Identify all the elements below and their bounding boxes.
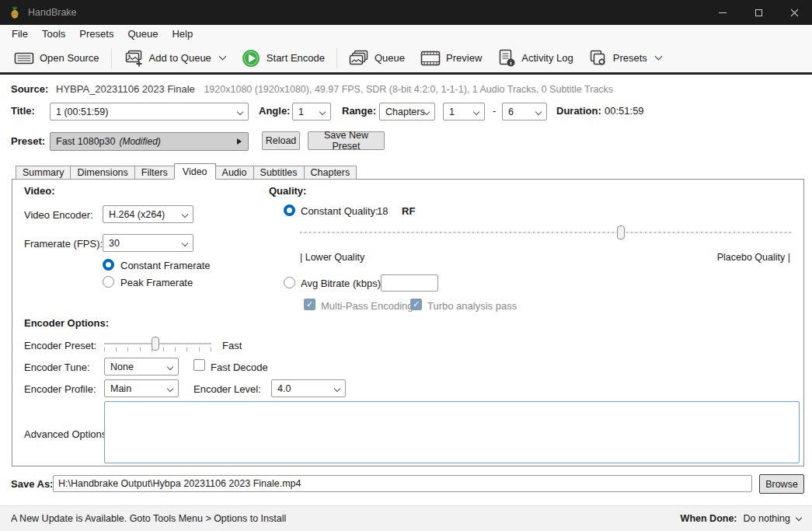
avg-bitrate-input[interactable] — [381, 274, 438, 292]
titlebar: HandBrake — [0, 0, 812, 25]
toolbar-separator — [111, 48, 112, 68]
angle-select[interactable]: 1 — [292, 103, 331, 121]
add-to-queue-icon — [124, 49, 144, 68]
video-encoder-label: Video Encoder: — [24, 209, 93, 221]
constant-quality-label[interactable]: Constant Quality: — [301, 205, 378, 217]
range-label: Range: — [342, 105, 376, 117]
check-icon: ✓ — [413, 300, 420, 309]
chevron-down-icon — [167, 364, 173, 370]
chevron-down-icon — [319, 109, 326, 115]
handbrake-window: HandBrake File Tools Presets Queue Help … — [0, 0, 812, 531]
advanced-options-label: Advanced Options: — [24, 428, 110, 440]
presets-dropdown-icon[interactable] — [654, 53, 662, 61]
presets-label: Presets — [613, 52, 647, 64]
tab-subtitles[interactable]: Subtitles — [253, 166, 305, 180]
tab-video[interactable]: Video — [174, 163, 216, 180]
menu-help[interactable]: Help — [165, 25, 200, 44]
when-done-select[interactable]: Do nothing — [744, 513, 790, 524]
when-done-label: When Done: — [681, 513, 737, 524]
handbrake-logo-icon — [8, 5, 22, 19]
save-as-input[interactable] — [53, 475, 752, 492]
encoder-level-label: Encoder Level: — [193, 383, 261, 395]
title-select[interactable]: 1 (00:51:59) — [50, 103, 249, 121]
tab-summary[interactable]: Summary — [16, 166, 71, 180]
preset-expand-icon — [237, 138, 242, 145]
reload-button[interactable]: Reload — [262, 131, 300, 150]
browse-button[interactable]: Browse — [759, 474, 804, 494]
encoder-profile-select[interactable]: Main — [104, 379, 179, 397]
turbo-label[interactable]: Turbo analysis pass — [427, 300, 517, 312]
angle-select-value: 1 — [298, 107, 304, 117]
encoder-tune-label: Encoder Tune: — [24, 362, 90, 373]
rf-label: RF — [402, 205, 415, 217]
peak-framerate-label[interactable]: Peak Framerate — [120, 277, 193, 288]
open-source-button[interactable]: Open Source — [6, 47, 107, 70]
preset-select[interactable]: Fast 1080p30 (Modified) — [50, 132, 249, 151]
constant-quality-radio[interactable] — [284, 204, 295, 216]
when-done-dropdown-icon[interactable] — [796, 514, 802, 520]
chevron-down-icon — [237, 109, 243, 115]
fast-decode-checkbox[interactable] — [193, 359, 205, 371]
tab-filters[interactable]: Filters — [134, 166, 175, 180]
window-controls — [705, 0, 812, 25]
framerate-value: 30 — [109, 238, 120, 249]
lower-quality-label: | Lower Quality — [300, 252, 364, 263]
range-type-select[interactable]: Chapters — [379, 103, 435, 121]
constant-framerate-label[interactable]: Constant Framerate — [120, 260, 211, 271]
constant-framerate-radio[interactable] — [103, 259, 114, 271]
tab-dimensions[interactable]: Dimensions — [70, 166, 134, 180]
encoder-options-heading: Encoder Options: — [24, 317, 109, 329]
activity-log-label: Activity Log — [521, 52, 573, 64]
peak-framerate-radio[interactable] — [103, 276, 114, 288]
preset-select-value: Fast 1080p30 — [56, 136, 115, 147]
range-end-select[interactable]: 6 — [502, 103, 547, 121]
turbo-checkbox[interactable]: ✓ — [410, 299, 422, 310]
framerate-select[interactable]: 30 — [103, 234, 193, 252]
add-to-queue-dropdown-icon[interactable] — [218, 53, 226, 61]
chevron-down-icon — [182, 211, 188, 218]
encoder-preset-slider[interactable] — [104, 336, 211, 351]
title-row: Title: 1 (00:51:59) Angle: 1 Range: Chap… — [0, 102, 812, 121]
fast-decode-label[interactable]: Fast Decode — [211, 362, 268, 373]
preview-icon — [420, 50, 441, 67]
save-new-preset-button[interactable]: Save New Preset — [308, 131, 385, 150]
avg-bitrate-label[interactable]: Avg Bitrate (kbps): — [301, 278, 384, 289]
encoder-tune-select[interactable]: None — [104, 358, 179, 376]
range-start-select[interactable]: 1 — [443, 103, 485, 121]
activity-log-button[interactable]: Activity Log — [490, 46, 580, 71]
source-details: 1920x1080 (1920x1080), 49.97 FPS, SDR (8… — [204, 84, 613, 95]
preset-label: Preset: — [11, 135, 45, 147]
menu-presets[interactable]: Presets — [72, 25, 120, 44]
preset-row: Preset: Fast 1080p30 (Modified) Reload S… — [0, 131, 812, 152]
presets-button[interactable]: Presets — [581, 46, 669, 71]
encoder-profile-value: Main — [110, 383, 131, 394]
menu-tools[interactable]: Tools — [35, 25, 72, 44]
encoder-preset-label: Encoder Preset: — [24, 340, 96, 351]
encoder-level-select[interactable]: 4.0 — [271, 379, 346, 397]
multipass-checkbox[interactable]: ✓ — [304, 299, 315, 310]
video-encoder-select[interactable]: H.264 (x264) — [103, 205, 193, 223]
preview-button[interactable]: Preview — [413, 47, 490, 70]
quality-slider-thumb[interactable] — [617, 225, 625, 239]
menu-file[interactable]: File — [5, 25, 35, 44]
queue-button[interactable]: Queue — [341, 46, 413, 71]
quality-slider[interactable] — [300, 225, 792, 240]
toolbar-divider — [0, 72, 812, 75]
save-as-label: Save As: — [11, 478, 53, 490]
close-button[interactable] — [776, 0, 812, 25]
multipass-label[interactable]: Multi-Pass Encoding — [321, 300, 413, 312]
minimize-button[interactable] — [705, 0, 741, 25]
menu-queue[interactable]: Queue — [120, 25, 165, 44]
tab-chapters[interactable]: Chapters — [304, 166, 357, 180]
maximize-button[interactable] — [741, 0, 776, 25]
when-done-control: When Done: Do nothing — [681, 513, 801, 524]
chevron-down-icon — [535, 109, 542, 115]
start-encode-button[interactable]: Start Encode — [233, 45, 333, 72]
start-encode-label: Start Encode — [267, 52, 325, 64]
video-encoder-value: H.264 (x264) — [109, 209, 165, 220]
advanced-options-input[interactable] — [104, 401, 800, 463]
window-title: HandBrake — [28, 7, 77, 18]
tab-audio[interactable]: Audio — [215, 166, 254, 180]
add-to-queue-button[interactable]: Add to Queue — [116, 46, 233, 71]
avg-bitrate-radio[interactable] — [284, 277, 295, 288]
